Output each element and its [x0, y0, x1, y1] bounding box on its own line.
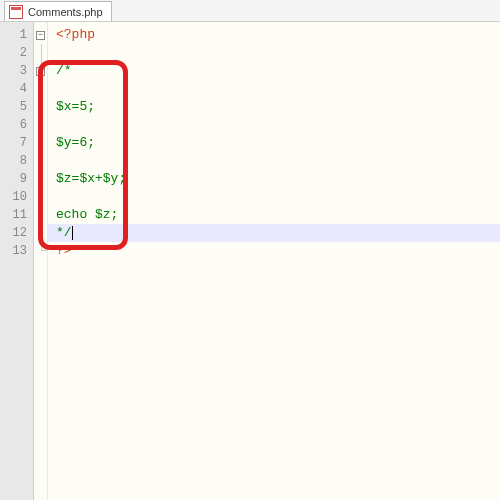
code-text: echo $z;: [56, 207, 118, 222]
line-number: 5: [0, 98, 33, 116]
fold-toggle-icon[interactable]: −: [36, 31, 45, 40]
line-number: 6: [0, 116, 33, 134]
line-number: 13: [0, 242, 33, 260]
line-number: 3: [0, 62, 33, 80]
fold-strip: − −: [34, 22, 48, 500]
code-text: $y=6;: [56, 135, 95, 150]
tab-bar: Comments.php: [0, 0, 500, 22]
code-editor: Comments.php 1 2 3 4 5 6 7 8 9 10 11 12 …: [0, 0, 500, 500]
line-number: 11: [0, 206, 33, 224]
fold-guide: [41, 62, 42, 80]
text-caret: [72, 226, 73, 240]
file-tab[interactable]: Comments.php: [4, 1, 112, 21]
line-number-gutter: 1 2 3 4 5 6 7 8 9 10 11 12 13: [0, 22, 34, 500]
code-text: $x=5;: [56, 99, 95, 114]
line-number: 10: [0, 188, 33, 206]
php-file-icon: [9, 5, 23, 19]
fold-guide: [41, 44, 42, 62]
line-number: 9: [0, 170, 33, 188]
tab-filename: Comments.php: [28, 6, 103, 18]
code-text: /*: [56, 63, 72, 78]
fold-guide: [41, 188, 42, 206]
line-number: 7: [0, 134, 33, 152]
line-number: 1: [0, 26, 33, 44]
fold-guide: [41, 80, 42, 98]
line-number: 2: [0, 44, 33, 62]
fold-guide: [41, 134, 42, 152]
line-number: 12: [0, 224, 33, 242]
fold-guide: [41, 170, 42, 188]
fold-guide: [41, 98, 42, 116]
code-area[interactable]: 1 2 3 4 5 6 7 8 9 10 11 12 13 − −: [0, 22, 500, 500]
fold-guide: [41, 206, 42, 224]
line-number: 8: [0, 152, 33, 170]
line-number: 4: [0, 80, 33, 98]
fold-guide: [41, 224, 42, 242]
code-text: $z=$x+$y;: [56, 171, 126, 186]
code-text: <?php: [56, 27, 95, 42]
code-text: ?>: [56, 243, 72, 258]
fold-end: [41, 242, 47, 251]
fold-guide: [41, 152, 42, 170]
code-text: */: [56, 225, 72, 240]
fold-guide: [41, 116, 42, 134]
code-content[interactable]: <?php /* $x=5; $y=6; $z=$x+$y; echo $z; …: [48, 22, 500, 500]
